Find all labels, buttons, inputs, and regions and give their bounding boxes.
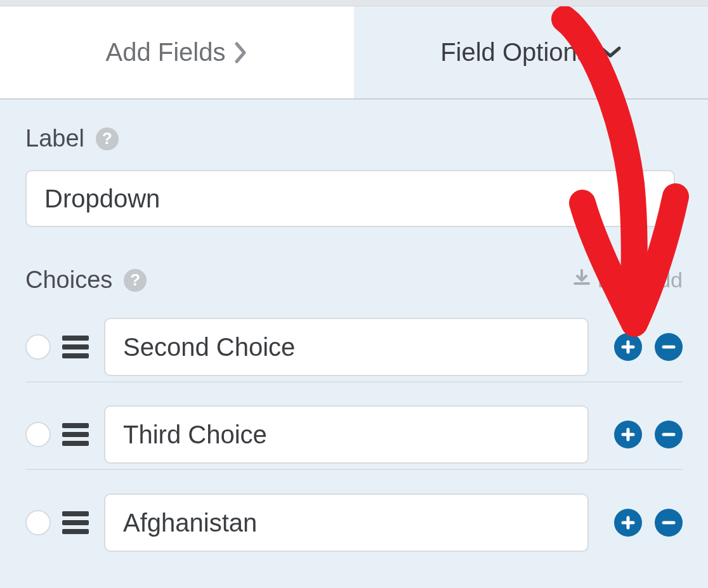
remove-choice-button[interactable] bbox=[655, 421, 683, 448]
remove-choice-button[interactable] bbox=[655, 333, 683, 361]
choice-input[interactable] bbox=[104, 405, 589, 464]
choice-input[interactable] bbox=[104, 493, 589, 552]
choice-row bbox=[25, 488, 683, 558]
add-choice-button[interactable] bbox=[614, 509, 642, 537]
add-choice-button[interactable] bbox=[614, 421, 642, 448]
tab-field-options[interactable]: Field Options bbox=[354, 6, 708, 98]
drag-handle-icon[interactable] bbox=[62, 336, 89, 358]
choice-actions bbox=[614, 333, 683, 361]
label-input[interactable] bbox=[25, 170, 675, 227]
help-icon[interactable]: ? bbox=[96, 127, 119, 150]
choice-row bbox=[25, 313, 683, 382]
label-section-header: Label ? bbox=[25, 125, 683, 152]
default-choice-radio[interactable] bbox=[25, 510, 51, 535]
choices-header: Choices ? Bulk Add bbox=[25, 266, 683, 294]
choice-row bbox=[25, 400, 683, 470]
remove-choice-button[interactable] bbox=[655, 509, 683, 537]
tab-add-fields-label: Add Fields bbox=[106, 38, 226, 67]
chevron-right-icon bbox=[234, 41, 248, 64]
label-title: Label bbox=[25, 125, 84, 152]
choices-title: Choices bbox=[25, 266, 112, 294]
default-choice-radio[interactable] bbox=[25, 334, 51, 360]
bulk-add-label: Bulk Add bbox=[598, 268, 683, 292]
choices-header-left: Choices ? bbox=[25, 266, 147, 294]
add-choice-button[interactable] bbox=[614, 333, 642, 361]
chevron-down-icon bbox=[599, 46, 622, 60]
drag-handle-icon[interactable] bbox=[62, 423, 89, 446]
choice-actions bbox=[614, 421, 683, 448]
choice-actions bbox=[614, 509, 683, 537]
drag-handle-icon[interactable] bbox=[62, 511, 89, 534]
help-icon[interactable]: ? bbox=[124, 269, 147, 292]
download-icon bbox=[572, 268, 591, 292]
choice-input[interactable] bbox=[104, 318, 589, 376]
top-bar bbox=[0, 0, 708, 6]
tabs-container: Add Fields Field Options bbox=[0, 6, 708, 100]
tab-add-fields[interactable]: Add Fields bbox=[0, 6, 354, 98]
tab-field-options-label: Field Options bbox=[440, 38, 590, 67]
default-choice-radio[interactable] bbox=[25, 422, 51, 447]
field-options-panel: Label ? Choices ? Bulk Add bbox=[0, 100, 708, 558]
bulk-add-button[interactable]: Bulk Add bbox=[572, 268, 683, 292]
